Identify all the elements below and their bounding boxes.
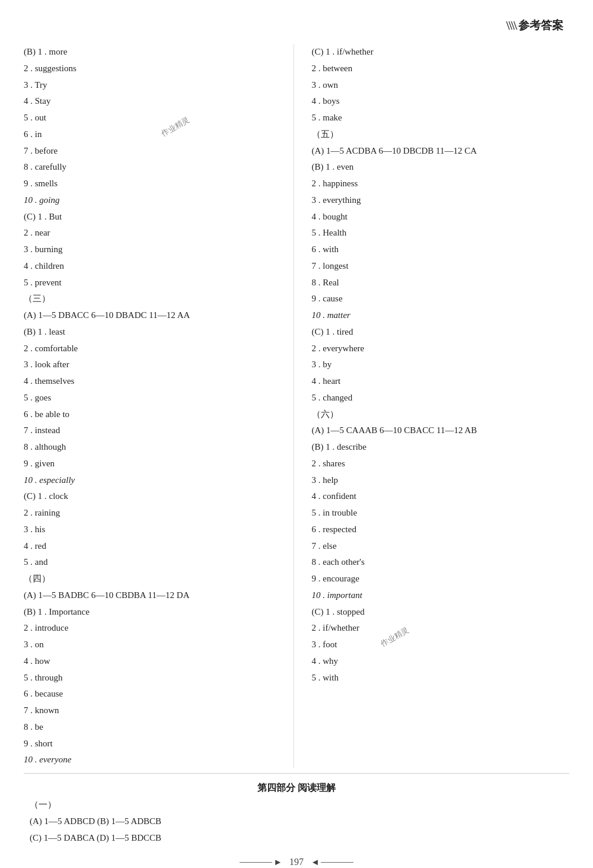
left-item-23: 7 . instead	[24, 422, 276, 439]
reading-line-0: (A) 1—5 ADBCD (B) 1—5 ADBCB	[30, 813, 569, 830]
right-item-3: 4 . boys	[312, 93, 564, 110]
left-item-6: 7 . before	[24, 143, 276, 160]
right-item-35: 2 . if/whether	[312, 620, 564, 637]
right-item-8: 2 . happiness	[312, 176, 564, 192]
right-item-15: 9 . cause	[312, 291, 564, 307]
left-item-21: 5 . goes	[24, 390, 276, 406]
left-item-18: 2 . comfortable	[24, 341, 276, 357]
right-item-38: 5 . with	[312, 670, 564, 686]
reading-section: 第四部分 阅读理解 （一） (A) 1—5 ADBCD (B) 1—5 ADBC…	[24, 773, 569, 846]
left-item-4: 5 . out	[24, 110, 276, 126]
right-item-36: 3 . foot	[312, 637, 564, 653]
right-item-28: 5 . in trouble	[312, 505, 564, 522]
left-item-1: 2 . suggestions	[24, 61, 276, 77]
left-item-43: 10 . everyone	[24, 752, 276, 768]
left-item-41: 8 . be	[24, 719, 276, 736]
footer-left-decoration: ►	[240, 857, 282, 867]
right-item-34: (C) 1 . stopped	[312, 604, 564, 621]
right-item-10: 4 . bought	[312, 209, 564, 225]
left-column: (B) 1 . more2 . suggestions3 . Try4 . St…	[24, 44, 294, 768]
right-item-11: 5 . Health	[312, 225, 564, 241]
right-item-18: 2 . everywhere	[312, 341, 564, 357]
right-item-23: (A) 1—5 CAAAB 6—10 CBACC 11—12 AB	[312, 422, 564, 439]
right-item-33: 10 . important	[312, 587, 564, 604]
right-item-17: (C) 1 . tired	[312, 324, 564, 341]
left-item-17: (B) 1 . least	[24, 324, 276, 341]
left-item-42: 9 . short	[24, 736, 276, 752]
right-item-2: 3 . own	[312, 77, 564, 94]
right-item-7: (B) 1 . even	[312, 159, 564, 176]
right-item-25: 2 . shares	[312, 456, 564, 472]
left-item-5: 6 . in	[24, 126, 276, 143]
left-item-31: 5 . and	[24, 554, 276, 571]
left-item-19: 3 . look after	[24, 357, 276, 373]
right-item-0: (C) 1 . if/whether	[312, 44, 564, 61]
left-item-30: 4 . red	[24, 538, 276, 555]
left-item-40: 7 . known	[24, 702, 276, 719]
left-item-26: 10 . especially	[24, 472, 276, 489]
left-item-16: (A) 1—5 DBACC 6—10 DBADC 11—12 AA	[24, 307, 276, 324]
right-item-22: （六）	[312, 406, 564, 423]
left-item-10: (C) 1 . But	[24, 209, 276, 225]
left-item-22: 6 . be able to	[24, 406, 276, 423]
left-item-9: 10 . going	[24, 192, 276, 209]
left-item-12: 3 . burning	[24, 241, 276, 258]
left-item-8: 9 . smells	[24, 176, 276, 192]
footer-right-decoration: ◄	[311, 857, 353, 867]
left-item-36: 3 . on	[24, 637, 276, 653]
reading-line-1: (C) 1—5 DABCA (D) 1—5 BDCCB	[30, 830, 569, 847]
right-item-37: 4 . why	[312, 653, 564, 670]
right-item-12: 6 . with	[312, 241, 564, 258]
right-item-6: (A) 1—5 ACDBA 6—10 DBCDB 11—12 CA	[312, 143, 564, 160]
reading-section-title: 第四部分 阅读理解	[24, 782, 569, 794]
reading-part-label: （一）	[30, 797, 569, 813]
page-number: 197	[289, 857, 304, 867]
left-item-32: （四）	[24, 571, 276, 587]
left-item-14: 5 . prevent	[24, 275, 276, 291]
left-item-29: 3 . his	[24, 522, 276, 538]
right-item-9: 3 . everything	[312, 192, 564, 209]
right-item-20: 4 . heart	[312, 373, 564, 390]
right-item-1: 2 . between	[312, 61, 564, 77]
page: \\\\ 参考答案 作业精灵 作业精灵 (B) 1 . more2 . sugg…	[0, 0, 593, 868]
left-item-37: 4 . how	[24, 653, 276, 670]
left-item-7: 8 . carefully	[24, 159, 276, 176]
left-item-15: （三）	[24, 291, 276, 307]
header-decoration: \\\\	[506, 18, 516, 33]
right-item-24: (B) 1 . describe	[312, 439, 564, 456]
left-item-35: 2 . introduce	[24, 620, 276, 637]
left-item-33: (A) 1—5 BADBC 6—10 CBDBA 11—12 DA	[24, 587, 276, 604]
left-item-0: (B) 1 . more	[24, 44, 276, 61]
right-item-27: 4 . confident	[312, 488, 564, 505]
left-item-25: 9 . given	[24, 456, 276, 472]
left-item-3: 4 . Stay	[24, 93, 276, 110]
right-column: (C) 1 . if/whether2 . between3 . own4 . …	[294, 44, 570, 768]
left-item-20: 4 . themselves	[24, 373, 276, 390]
left-item-13: 4 . children	[24, 258, 276, 275]
left-item-27: (C) 1 . clock	[24, 488, 276, 505]
left-item-39: 6 . because	[24, 686, 276, 702]
left-item-2: 3 . Try	[24, 77, 276, 94]
header-title: 参考答案	[518, 18, 563, 33]
right-item-29: 6 . respected	[312, 522, 564, 538]
right-item-14: 8 . Real	[312, 275, 564, 291]
left-item-34: (B) 1 . Importance	[24, 604, 276, 621]
right-item-30: 7 . else	[312, 538, 564, 555]
left-item-38: 5 . through	[24, 670, 276, 686]
left-item-28: 2 . raining	[24, 505, 276, 522]
right-item-19: 3 . by	[312, 357, 564, 373]
right-item-16: 10 . matter	[312, 307, 564, 324]
right-item-21: 5 . changed	[312, 390, 564, 406]
main-content: (B) 1 . more2 . suggestions3 . Try4 . St…	[24, 44, 569, 768]
page-footer: ► 197 ◄	[24, 857, 569, 867]
right-item-26: 3 . help	[312, 472, 564, 489]
right-item-5: （五）	[312, 126, 564, 143]
left-item-11: 2 . near	[24, 225, 276, 241]
page-header: \\\\ 参考答案	[24, 18, 569, 33]
left-item-24: 8 . although	[24, 439, 276, 456]
right-item-13: 7 . longest	[312, 258, 564, 275]
right-item-4: 5 . make	[312, 110, 564, 126]
right-item-31: 8 . each other's	[312, 554, 564, 571]
right-item-32: 9 . encourage	[312, 571, 564, 587]
